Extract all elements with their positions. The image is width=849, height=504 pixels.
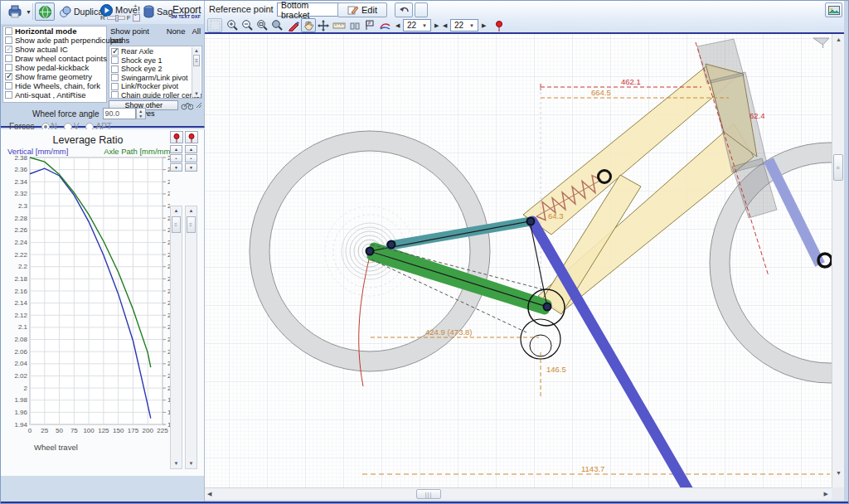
right-axis-label: Axle Path [mm/mm] (104, 148, 170, 156)
bike-icon[interactable] (181, 101, 193, 110)
checkbox-label: Shock eye 1 (121, 56, 163, 65)
checkbox[interactable]: ✓ (5, 46, 12, 53)
image-export-button[interactable] (825, 2, 842, 17)
zoom-level-select-1[interactable]: 22▼ (403, 19, 431, 32)
y-tick-label-left: 2.26 (14, 226, 27, 234)
wheel-force-angle-spinner[interactable]: ▲▼ (136, 108, 146, 119)
x-tick-label: 0 (28, 427, 32, 434)
checkbox[interactable] (111, 56, 119, 64)
file-button[interactable]: ▼ (3, 2, 35, 21)
checkbox[interactable] (111, 91, 119, 99)
y-tick-label-left: 2.3 (18, 202, 28, 210)
checkbox-row[interactable]: Swingarm/Link pivot (109, 74, 201, 83)
reference-point-label: Reference point (209, 4, 274, 14)
left-axis-expand-button[interactable]: ▲ (170, 145, 182, 153)
travel-plus-button[interactable]: + (133, 3, 138, 9)
checkbox-row[interactable]: Shock eye 1 (109, 56, 201, 65)
select-tool-button[interactable] (207, 18, 222, 32)
scrollbar-corner (832, 487, 844, 500)
rf-slider[interactable] (107, 16, 125, 20)
left-axis-shrink-button[interactable]: ▼ (170, 163, 182, 172)
checkbox-row[interactable]: ✓Rear Axle (109, 47, 201, 56)
checkbox-row[interactable]: Anti-squat , AntiRise (3, 90, 106, 99)
checkbox[interactable]: ✓ (111, 48, 119, 56)
checkbox-row[interactable]: ✓Show frame geometry (3, 72, 106, 81)
x-tick-label: 175 (128, 427, 139, 434)
y-tick-label-left: 2.02 (14, 372, 27, 380)
zoom-in-button[interactable] (225, 18, 240, 32)
travel-minus-button[interactable]: - (134, 12, 137, 17)
checkbox[interactable] (5, 64, 12, 71)
spin1-left-arrow[interactable]: ◀ (395, 22, 400, 29)
drawing-canvas[interactable]: 462.1 664.5 62.4 64.3 424.9 (473.8) 146.… (205, 34, 832, 487)
right-axis-expand-button[interactable]: ▲ (185, 145, 197, 153)
spin2-right-arrow[interactable]: ▶ (482, 22, 486, 29)
curve-tool-button[interactable] (377, 18, 392, 32)
move-tool-button[interactable] (316, 18, 331, 32)
y-tick-label-left: 2.06 (14, 348, 27, 356)
x-tick-label: 200 (143, 427, 154, 434)
spin2-left-arrow[interactable]: ◀ (443, 22, 447, 29)
checkbox[interactable] (5, 27, 12, 35)
y-tick-label-left: 2.28 (14, 215, 27, 222)
right-axis-pin-button[interactable] (185, 131, 198, 143)
draw-tool-button[interactable] (286, 18, 301, 32)
undo-button[interactable] (395, 2, 413, 17)
right-axis-scrollbar[interactable]: ▲≡▼ (185, 206, 197, 469)
checkbox-row[interactable]: Show axle path perpendiculars (3, 36, 106, 45)
edit-button[interactable]: Edit (337, 2, 387, 17)
checkbox-row[interactable]: Horizontal mode (3, 27, 106, 36)
y-tick-label-left: 2.18 (14, 275, 27, 283)
zoom-fit-icon (271, 19, 284, 32)
canvas-vertical-scrollbar[interactable]: ▲ ≡ ▼ (832, 34, 844, 487)
checkbox-row[interactable]: Link/Rocker pivot (109, 82, 201, 91)
spin1-right-arrow[interactable]: ▶ (434, 22, 439, 29)
wheel-force-angle-label: Wheel force angle (32, 109, 99, 119)
zoom-level-select-2[interactable]: 22▼ (450, 19, 478, 32)
checkbox-row[interactable]: ✓Show actual IC (3, 45, 106, 54)
checkbox[interactable] (111, 74, 119, 81)
zoom-out-button[interactable] (240, 18, 255, 32)
wheel-force-angle-input[interactable] (103, 108, 136, 119)
checkbox[interactable] (5, 36, 12, 44)
checkbox-row[interactable]: Shock eye 2 (109, 65, 201, 74)
bike-drawing: 462.1 664.5 62.4 64.3 424.9 (473.8) 146.… (205, 34, 832, 487)
pin-view-button[interactable] (493, 20, 505, 32)
canvas-horizontal-scrollbar[interactable]: ◀ ||| ▶ (205, 487, 832, 500)
checkbox-row[interactable]: Draw wheel contact points (3, 54, 106, 63)
measure-tool-button[interactable] (332, 18, 347, 32)
x-axis-label: Wheel travel (34, 443, 78, 452)
x-tick-label: 75 (70, 427, 78, 434)
blank-button[interactable] (415, 2, 428, 17)
checkbox[interactable] (5, 82, 12, 90)
point-paths-all-link[interactable]: All (192, 27, 201, 45)
window-right-edge (844, 1, 849, 504)
right-axis-center-button[interactable]: • (185, 154, 197, 162)
point-paths-none-link[interactable]: None (167, 27, 186, 45)
left-axis-pin-button[interactable] (170, 131, 183, 143)
zoom-fit-button[interactable] (269, 18, 284, 32)
chevron-down-icon[interactable]: ▼ (26, 9, 32, 15)
checkbox-row[interactable]: Chain guide roller center (109, 91, 201, 99)
checkbox[interactable] (5, 91, 12, 99)
left-axis-center-button[interactable]: • (170, 154, 182, 162)
scale-tool-button[interactable] (347, 18, 362, 32)
pan-tool-button[interactable] (301, 18, 316, 32)
left-axis-scrollbar[interactable]: ▲≡▼ (170, 206, 182, 469)
y-tick-label-left: 2.34 (14, 178, 27, 186)
resize-grip-icon[interactable] (196, 102, 202, 109)
checkbox[interactable] (111, 83, 119, 90)
globe-button[interactable] (35, 2, 55, 21)
zoom-window-button[interactable] (255, 18, 269, 32)
flag-tool-button[interactable]: P (362, 18, 377, 32)
y-tick-label-left: 2.1 (18, 323, 28, 331)
checkbox[interactable] (5, 55, 12, 62)
right-axis-shrink-button[interactable]: ▼ (185, 163, 197, 172)
checkbox-row[interactable]: Show pedal-kickback (3, 63, 106, 72)
checkbox[interactable]: ✓ (5, 73, 12, 80)
checkbox-row[interactable]: Hide Wheels, chain, fork (3, 81, 106, 90)
point-paths-scrollbar[interactable]: ▲ ≡ ▼ (192, 47, 201, 97)
left-axis-label: Vertical [mm/mm] (7, 148, 68, 156)
checkbox[interactable] (111, 65, 119, 73)
leverage-ratio-chart[interactable]: 02550751001251501752002251.941.941.961.9… (1, 148, 170, 456)
